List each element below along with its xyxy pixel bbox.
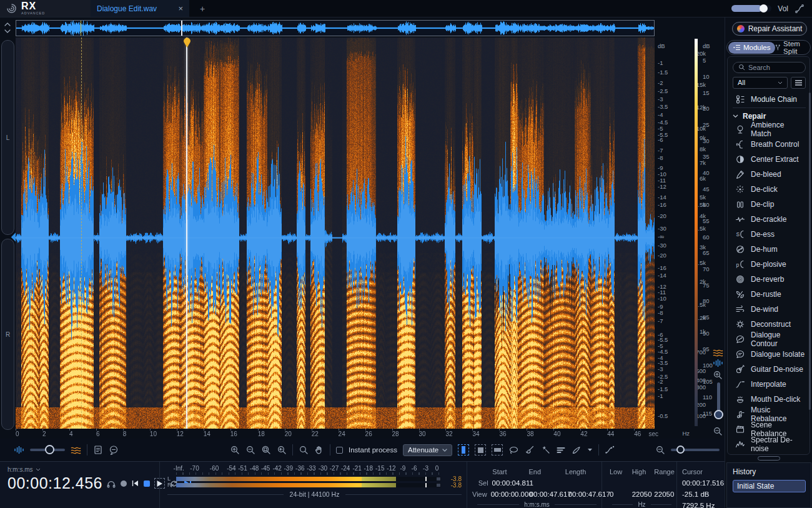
module-item-de-clip[interactable]: De-clip: [733, 197, 806, 212]
module-item-breath-control[interactable]: Breath Control: [733, 137, 806, 152]
waveform-view-icon[interactable]: [713, 359, 723, 367]
tool-dropdown-icon[interactable]: [587, 448, 593, 452]
zoom-selection-icon[interactable]: [261, 445, 271, 455]
volume-slider[interactable]: [731, 5, 771, 12]
magnify-tool-icon[interactable]: [299, 445, 309, 455]
view-length-value[interactable]: 00:00:47.617: [568, 491, 607, 498]
process-mode-select[interactable]: Attenuate: [403, 444, 452, 456]
tab-modules[interactable]: Modules: [728, 42, 775, 54]
time-format-label[interactable]: h:m:s.ms: [7, 466, 33, 473]
volume-slider-thumb[interactable]: [760, 4, 768, 12]
playhead-line[interactable]: [186, 37, 187, 429]
category-filter-select[interactable]: All: [733, 77, 788, 89]
meter-bar-right[interactable]: [176, 483, 441, 487]
go-to-start-button[interactable]: [131, 479, 139, 487]
session-notes-icon[interactable]: [93, 445, 103, 455]
module-item-spectral-de-noise[interactable]: Spectral De-noise: [733, 437, 806, 452]
time-selection-tool[interactable]: [458, 444, 469, 456]
brush-tool-icon[interactable]: [525, 445, 535, 455]
module-item-deconstruct[interactable]: Deconstruct: [733, 317, 806, 332]
instant-process-checkbox[interactable]: [336, 447, 343, 454]
spectrogram-view-icon[interactable]: [713, 349, 723, 357]
blend-slider-thumb[interactable]: [45, 445, 54, 454]
zoom-reset-icon[interactable]: [277, 445, 287, 455]
curve-edit-tool-icon[interactable]: [605, 445, 615, 455]
record-button[interactable]: [121, 481, 127, 487]
tab-close-icon[interactable]: ×: [178, 4, 183, 13]
module-item-ambience-match[interactable]: Ambience Match: [733, 122, 806, 137]
monitor-headphones-icon[interactable]: [106, 479, 116, 489]
magic-wand-tool-icon[interactable]: [540, 445, 550, 455]
module-item-de-hum[interactable]: De-hum: [733, 242, 806, 257]
frequency-selection-tool[interactable]: [492, 444, 503, 456]
time-format-dropdown-icon[interactable]: [36, 468, 41, 471]
zoom-out-time-icon[interactable]: [655, 445, 665, 455]
module-item-interpolate[interactable]: Interpolate: [733, 377, 806, 392]
waveform-blend-icon[interactable]: [14, 446, 24, 454]
meter-peak-value-right[interactable]: -3.8: [444, 482, 462, 489]
module-item-dialogue-contour[interactable]: Dialogue Contour: [733, 332, 806, 347]
overview-canvas[interactable]: [16, 21, 654, 36]
tab-stem-split[interactable]: Stem Split: [775, 40, 809, 55]
comment-icon[interactable]: [109, 445, 119, 455]
zoom-in-icon[interactable]: [230, 445, 240, 455]
module-item-center-extract[interactable]: Center Extract: [733, 152, 806, 167]
module-item-mouth-de-click[interactable]: Mouth De-click: [733, 392, 806, 407]
zoom-out-vertical-icon[interactable]: [713, 426, 723, 436]
freq-range-value[interactable]: 22050: [654, 491, 676, 498]
meter-bar-left[interactable]: [176, 477, 441, 481]
time-frequency-selection-tool[interactable]: [475, 444, 486, 456]
lasso-tool-icon[interactable]: [508, 446, 519, 455]
spectrogram-view[interactable]: [16, 37, 655, 429]
horizontal-zoom-thumb[interactable]: [676, 446, 685, 454]
selection-start-value[interactable]: 00:00:04.811: [492, 479, 531, 487]
stop-button[interactable]: [144, 481, 150, 487]
module-item-dialogue-isolate[interactable]: Dialogue Isolate: [733, 347, 806, 362]
panel-resize-handle[interactable]: [758, 456, 780, 461]
horizontal-zoom-slider[interactable]: [671, 449, 720, 451]
module-item-de-ess[interactable]: SDe-ess: [733, 227, 806, 242]
hand-tool-icon[interactable]: [314, 445, 324, 455]
module-item-de-reverb[interactable]: De-reverb: [733, 272, 806, 287]
selection-units-text: h:m:s.ms: [524, 501, 550, 508]
selection-feather-icon[interactable]: [556, 446, 566, 455]
draw-tool-icon[interactable]: [572, 446, 582, 455]
view-start-value[interactable]: 00:00:00.000: [491, 491, 530, 498]
channel-selector-left[interactable]: L: [1, 40, 14, 235]
new-tab-button[interactable]: +: [189, 0, 215, 17]
history-item-initial-state[interactable]: Initial State: [733, 480, 806, 492]
module-item-de-rustle[interactable]: De-rustle: [733, 287, 806, 302]
overview-height-stepper[interactable]: [2, 21, 13, 36]
channel-selector-right[interactable]: R: [1, 239, 14, 430]
module-list-scrollbar[interactable]: [809, 92, 811, 410]
panel-menu-button[interactable]: [791, 77, 806, 89]
zoom-in-vertical-icon[interactable]: [713, 370, 723, 380]
module-item-scene-rebalance[interactable]: Scene Rebalance: [733, 422, 806, 437]
spectrogram-canvas[interactable]: [16, 37, 655, 429]
module-item-de-plosive[interactable]: pDe-plosive: [733, 257, 806, 272]
spectrogram-blend-icon[interactable]: [71, 446, 81, 454]
module-item-de-crackle[interactable]: De-crackle: [733, 212, 806, 227]
module-item-de-wind[interactable]: De-wind: [733, 302, 806, 317]
file-tab[interactable]: Dialogue Edit.wav ×: [91, 0, 189, 17]
module-item-de-click[interactable]: De-click: [733, 182, 806, 197]
vertical-zoom-slider[interactable]: [717, 382, 720, 415]
overview-waveform[interactable]: [16, 20, 655, 36]
module-item-guitar-de-noise[interactable]: Guitar De-noise: [733, 362, 806, 377]
module-item-de-bleed[interactable]: De-bleed: [733, 167, 806, 182]
repair-assistant-button[interactable]: Repair Assistant: [732, 22, 807, 36]
playhead-pin-icon[interactable]: [183, 37, 191, 48]
vertical-zoom-thumb[interactable]: [714, 410, 723, 419]
io-routing-icon[interactable]: [795, 4, 805, 14]
view-end-value[interactable]: 00:00:47.617: [530, 491, 568, 498]
module-chain-item[interactable]: Module Chain: [733, 93, 806, 105]
module-search-field[interactable]: Search: [733, 62, 806, 73]
overview-playhead[interactable]: [181, 21, 182, 36]
freq-low-value[interactable]: 0: [610, 491, 632, 498]
freq-high-value[interactable]: 22050: [632, 491, 655, 498]
wave-spec-blend-slider[interactable]: [30, 449, 65, 451]
module-item-music-rebalance[interactable]: Music Rebalance: [733, 407, 806, 422]
zoom-out-icon[interactable]: [245, 445, 255, 455]
tick-label: -0.5: [658, 412, 668, 419]
amplitude-scale: dB-1-1.5-2-2.5-3-3.5-4-4.5-5-5.5-6-7-8-9…: [658, 37, 674, 429]
